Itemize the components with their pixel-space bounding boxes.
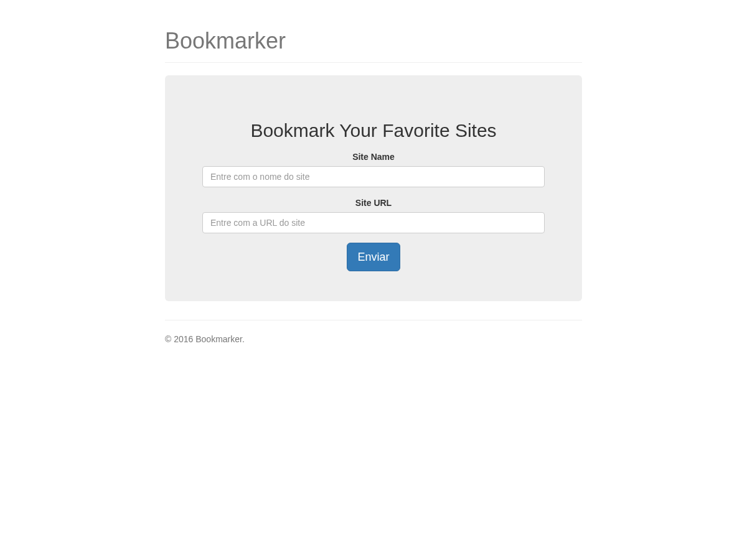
page-header: Bookmarker xyxy=(165,25,582,63)
footer: © 2016 Bookmarker. xyxy=(165,333,582,345)
site-url-label: Site URL xyxy=(355,197,392,209)
panel-heading: Bookmark Your Favorite Sites xyxy=(202,118,545,144)
site-name-label: Site Name xyxy=(352,151,395,163)
main-panel: Bookmark Your Favorite Sites Site Name S… xyxy=(165,75,582,301)
copyright-text: © 2016 Bookmarker. xyxy=(165,333,582,345)
site-name-input[interactable] xyxy=(202,166,545,187)
app-title: Bookmarker xyxy=(165,25,582,57)
site-url-input[interactable] xyxy=(202,212,545,233)
footer-divider xyxy=(165,320,582,320)
submit-button[interactable]: Enviar xyxy=(347,243,400,271)
bookmark-form: Site Name Site URL Enviar xyxy=(202,151,545,271)
